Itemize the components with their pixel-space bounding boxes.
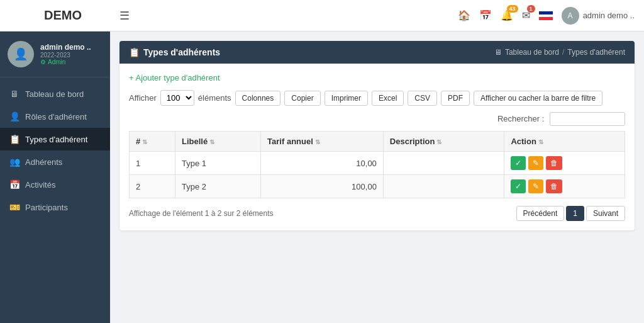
view-button[interactable]: ✓ (511, 156, 526, 170)
pagination-info: Affichage de l'élément 1 à 2 sur 2 éléme… (129, 209, 274, 218)
table-row: 1 Type 1 10,00 ✓ ✎ 🗑 (130, 152, 625, 175)
activites-icon: 📅 (9, 179, 19, 190)
table-header-row: #⇅ Libellé⇅ Tarif annuel⇅ Description⇅ A… (130, 132, 625, 152)
sidebar-label-participants: Participants (25, 203, 68, 212)
colonnes-button[interactable]: Colonnes (235, 91, 281, 106)
main-content: 📋 Types d'adhérents 🖥 Tableau de bord / … (110, 31, 644, 323)
adherents-icon: 👥 (9, 157, 19, 167)
user-label: admin demo .. (583, 11, 635, 20)
bell-icon[interactable]: 🔔 43 (501, 9, 513, 21)
show-count-select[interactable]: 100 25 50 (160, 90, 194, 106)
nav-right: 🏠 📅 🔔 43 ✉ 1 A admin demo .. (458, 7, 635, 25)
cell-libelle: Type 2 (175, 175, 260, 198)
cell-tarif: 10,00 (261, 152, 384, 175)
excel-button[interactable]: Excel (372, 91, 404, 106)
search-input[interactable] (550, 112, 625, 126)
col-libelle[interactable]: Libellé⇅ (175, 132, 260, 152)
sidebar-label-tableau: Tableau de bord (25, 89, 84, 99)
participants-icon: 🎫 (9, 202, 19, 212)
toolbar: Afficher 100 25 50 éléments Colonnes Cop… (129, 90, 625, 106)
sidebar-item-activites[interactable]: 📅 Activités (0, 173, 110, 196)
cell-tarif: 100,00 (261, 175, 384, 198)
sidebar-item-tableau-de-bord[interactable]: 🖥 Tableau de bord (0, 82, 110, 105)
cell-description (383, 152, 504, 175)
sidebar-label-activites: Activités (25, 180, 55, 190)
sidebar-label-roles: Rôles d'adhérent (25, 112, 87, 122)
breadcrumb-separator: / (562, 48, 564, 57)
delete-button[interactable]: 🗑 (546, 156, 562, 170)
breadcrumb-home-link[interactable]: Tableau de bord (505, 48, 559, 57)
sidebar-label-types: Types d'adhérent (25, 135, 87, 144)
show-label: Afficher (129, 93, 157, 103)
sidebar-item-types-adherent[interactable]: 📋 Types d'adhérent (0, 128, 110, 150)
table-row: 2 Type 2 100,00 ✓ ✎ 🗑 (130, 175, 625, 198)
edit-button[interactable]: ✎ (528, 156, 543, 170)
col-id[interactable]: #⇅ (130, 132, 175, 152)
csv-button[interactable]: CSV (408, 91, 437, 106)
sidebar-item-participants[interactable]: 🎫 Participants (0, 196, 110, 218)
sidebar: 👤 admin demo .. 2022-2023 ⚙ Admin 🖥 Tabl… (0, 31, 110, 323)
data-table: #⇅ Libellé⇅ Tarif annuel⇅ Description⇅ A… (129, 131, 625, 198)
search-label: Rechercher : (497, 114, 544, 123)
sidebar-item-adherents[interactable]: 👥 Adhérents (0, 150, 110, 173)
delete-button[interactable]: 🗑 (546, 179, 562, 193)
breadcrumb-home-icon: 🖥 (494, 48, 502, 57)
user-menu[interactable]: A admin demo .. (562, 7, 635, 25)
elements-label: éléments (198, 93, 231, 103)
col-tarif[interactable]: Tarif annuel⇅ (261, 132, 384, 152)
language-flag[interactable] (539, 11, 553, 20)
sidebar-user: 👤 admin demo .. 2022-2023 ⚙ Admin (0, 31, 110, 77)
cell-libelle: Type 1 (175, 152, 260, 175)
search-bar: Rechercher : (129, 112, 625, 126)
sidebar-user-date: 2022-2023 (40, 52, 91, 59)
messages-badge: 1 (527, 5, 535, 13)
sidebar-nav: 🖥 Tableau de bord 👤 Rôles d'adhérent 📋 T… (0, 77, 110, 323)
next-button[interactable]: Suivant (586, 206, 625, 221)
sidebar-label-adherents: Adhérents (25, 157, 62, 167)
cell-action: ✓ ✎ 🗑 (504, 175, 625, 198)
page-card: 📋 Types d'adhérents 🖥 Tableau de bord / … (119, 41, 635, 230)
pagination-buttons: Précédent 1 Suivant (516, 206, 625, 221)
page-card-header: 📋 Types d'adhérents 🖥 Tableau de bord / … (119, 41, 635, 64)
page-title-text: Types d'adhérents (143, 47, 220, 57)
page-1-button[interactable]: 1 (566, 206, 584, 221)
types-icon: 📋 (9, 134, 19, 144)
copier-button[interactable]: Copier (284, 91, 320, 106)
sidebar-user-info: admin demo .. 2022-2023 ⚙ Admin (40, 43, 91, 65)
cell-action: ✓ ✎ 🗑 (504, 152, 625, 175)
envelope-icon[interactable]: ✉ 1 (522, 9, 530, 21)
dashboard-icon: 🖥 (9, 89, 19, 99)
sidebar-user-role: ⚙ Admin (40, 59, 91, 65)
breadcrumb-current: Types d'adhérent (567, 48, 625, 57)
sidebar-avatar: 👤 (8, 41, 34, 67)
edit-button[interactable]: ✎ (528, 179, 543, 193)
cell-description (383, 175, 504, 198)
col-action[interactable]: Action⇅ (504, 132, 625, 152)
user-avatar-top: A (562, 7, 579, 25)
notifications-badge: 43 (507, 5, 518, 13)
page-title: 📋 Types d'adhérents (129, 47, 220, 57)
roles-icon: 👤 (9, 111, 19, 122)
cell-id: 1 (130, 152, 175, 175)
toggle-filter-button[interactable]: Afficher ou cacher la barre de filtre (474, 91, 602, 106)
pdf-button[interactable]: PDF (441, 91, 470, 106)
sidebar-user-name: admin demo .. (40, 43, 91, 52)
sidebar-item-roles-adherent[interactable]: 👤 Rôles d'adhérent (0, 105, 110, 128)
col-description[interactable]: Description⇅ (383, 132, 504, 152)
page-title-icon: 📋 (129, 47, 140, 57)
hamburger-button[interactable]: ☰ (119, 9, 130, 23)
calendar-icon[interactable]: 📅 (479, 9, 492, 21)
layout: 👤 admin demo .. 2022-2023 ⚙ Admin 🖥 Tabl… (0, 31, 644, 323)
top-navbar: DEMO ☰ 🏠 📅 🔔 43 ✉ 1 A admin demo .. (0, 0, 644, 31)
add-type-link[interactable]: + Ajouter type d'adhérent (129, 73, 220, 82)
app-title: DEMO (9, 8, 116, 23)
imprimer-button[interactable]: Imprimer (325, 91, 368, 106)
home-icon[interactable]: 🏠 (458, 9, 470, 21)
prev-button[interactable]: Précédent (516, 206, 565, 221)
breadcrumb: 🖥 Tableau de bord / Types d'adhérent (494, 48, 625, 57)
pagination-area: Affichage de l'élément 1 à 2 sur 2 éléme… (129, 206, 625, 221)
cell-id: 2 (130, 175, 175, 198)
page-card-body: + Ajouter type d'adhérent Afficher 100 2… (119, 64, 635, 230)
view-button[interactable]: ✓ (511, 179, 526, 193)
